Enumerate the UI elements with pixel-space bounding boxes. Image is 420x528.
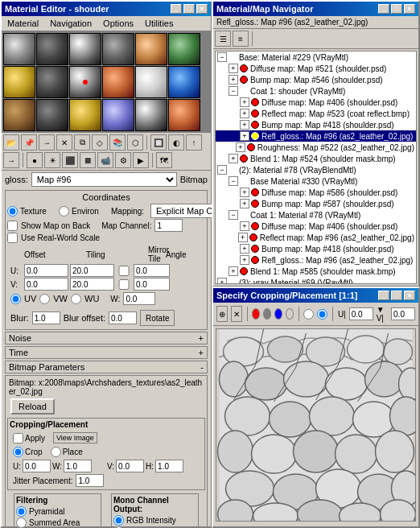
w-crop-input[interactable] [64,460,92,472]
noise-bar[interactable]: Noise + [5,332,208,344]
crop-view-radio1[interactable] [303,309,314,320]
nav-maximize-button[interactable]: □ [391,4,402,14]
tree-expand-1[interactable]: + [229,64,238,73]
vw-radio[interactable] [39,294,50,304]
tree-expand-11[interactable]: − [229,176,238,186]
mat-thumb-5[interactable] [135,33,167,65]
reload-button[interactable]: Reload [10,398,55,415]
tree-expand-12[interactable]: + [240,188,249,197]
tree-item-14[interactable]: −Coat 1: Material #78 (VRayMtl) [216,209,416,221]
tree-expand-6[interactable]: + [240,120,249,130]
tree-item-3[interactable]: −Coat 1: shouder (VRayMtl) [216,85,416,97]
tree-item-2[interactable]: +Bump map: Map #546 (shoulder.psd) [216,74,416,85]
real-world-checkbox[interactable] [7,233,18,243]
tree-expand-16[interactable]: + [238,233,248,242]
menu-navigation[interactable]: Navigation [47,18,94,29]
apply-checkbox[interactable] [13,433,23,443]
tree-expand-0[interactable]: − [217,52,227,62]
select-by-mat-button[interactable]: ⬡ [127,134,143,151]
mat-thumb-9[interactable] [69,66,101,98]
tree-expand-5[interactable]: + [240,109,249,118]
tree-item-9[interactable]: +Blend 1: Map #524 (shoulder mask.bmp) [216,153,416,164]
mat-thumb-14[interactable] [36,99,68,131]
tree-item-0[interactable]: −Base: Material #229 (VRayMtl) [216,52,416,63]
mat-thumb-6[interactable] [168,33,200,65]
close-button[interactable]: × [196,4,208,14]
mat-thumb-3[interactable] [69,33,101,65]
time-bar[interactable]: Time + [5,346,208,359]
menu-utilities[interactable]: Utilities [142,18,175,29]
crop-radio[interactable] [13,447,23,457]
tree-expand-7[interactable]: + [240,131,249,141]
tree-expand-13[interactable]: + [240,199,249,208]
v-crop-input[interactable] [116,460,144,472]
go-forward-button[interactable]: → [3,152,19,168]
map-channel-input[interactable] [154,219,183,232]
tree-expand-19[interactable]: + [229,266,238,276]
tree-item-4[interactable]: +Diffuse map: Map #406 (shoulder.psd) [216,97,416,108]
tree-expand-4[interactable]: + [240,97,249,107]
blur-input[interactable] [32,311,60,324]
make-preview-button[interactable]: ▶ [133,152,149,168]
v-tiling-input[interactable] [70,278,114,291]
put-to-lib-button[interactable]: 📚 [109,134,126,151]
mat-thumb-7[interactable] [3,66,35,98]
u-offset-input[interactable] [24,264,68,277]
crop-close-button[interactable]: × [404,291,415,300]
u-mirror-checkbox[interactable] [116,266,132,276]
tree-item-7[interactable]: +Refl_gloss.: Map #96 (as2_leather_02.jp… [216,130,416,142]
mat-thumb-8[interactable] [36,66,68,98]
sample-uv-button[interactable]: 🔳 [80,152,96,168]
sample-type-button[interactable]: ● [27,152,43,168]
tree-expand-18[interactable]: + [240,255,249,265]
minimize-button[interactable]: _ [171,4,182,14]
tree-expand-17[interactable]: + [240,244,249,254]
crop-minimize-button[interactable]: _ [378,291,389,300]
pyramidal-radio[interactable] [16,506,27,517]
menu-options[interactable]: Options [101,18,136,29]
tree-item-8[interactable]: +Roughness: Map #522 (as2_leather_02.jpg… [216,142,416,153]
nav-close-button[interactable]: × [404,4,415,14]
jitter-input[interactable] [76,474,104,487]
copy-button[interactable]: ⧉ [74,134,90,151]
nav-minimize-button[interactable]: _ [378,4,389,14]
texture-radio[interactable] [7,206,18,217]
nav-menu-button[interactable]: ☰ [215,31,231,47]
summed-area-radio[interactable] [16,518,27,528]
mat-thumb-18[interactable] [168,99,200,131]
get-material-button[interactable]: 📂 [3,134,19,151]
mat-thumb-17[interactable] [135,99,167,131]
tree-expand-20[interactable]: + [217,278,227,284]
crop-pan-button[interactable]: ✕ [231,306,242,322]
mat-thumb-13[interactable] [3,99,35,131]
options-button[interactable]: ⚙ [115,152,131,168]
uv-radio[interactable] [10,294,21,304]
show-map-button[interactable]: 🔲 [150,134,167,151]
bitmap-params-bar[interactable]: Bitmap Parameters - [5,361,208,373]
background-button[interactable]: ⬛ [62,152,78,168]
crop-maximize-button[interactable]: □ [391,291,402,300]
mat-thumb-4[interactable] [102,33,134,65]
white-color-button[interactable] [286,308,294,320]
tree-expand-14[interactable]: − [229,210,238,220]
tree-item-18[interactable]: +Refl_gloss.: Map #96 (as2_leather_02.jp… [216,254,416,266]
blur-offset-input[interactable] [109,311,137,324]
wu-radio[interactable] [71,294,81,304]
crop-zoom-button[interactable]: ⊕ [216,306,228,322]
u-crop-input[interactable] [23,460,51,472]
tree-item-12[interactable]: +Diffuse map: Map #586 (shoulder.psd) [216,187,416,198]
v-angle-input[interactable] [134,278,170,291]
tree-item-15[interactable]: +Diffuse map: Map #406 (shoulder.psd) [216,221,416,232]
mat-thumb-12[interactable] [168,66,200,98]
put-material-button[interactable]: 📌 [21,134,37,151]
view-image-button[interactable]: View Image [53,432,97,443]
maximize-button[interactable]: □ [183,4,195,14]
tree-item-20[interactable]: +(3): vray Material #69 (VRayMtl) [216,277,416,284]
tree-expand-9[interactable]: + [229,154,238,163]
show-map-checkbox[interactable] [7,221,18,231]
mat-thumb-16[interactable] [102,99,134,131]
tree-item-11[interactable]: −Base Material #330 (VRayMtl) [216,175,416,187]
nav-button[interactable]: 🗺 [156,152,172,168]
place-radio[interactable] [51,447,61,457]
gray-color-button[interactable] [263,308,271,320]
